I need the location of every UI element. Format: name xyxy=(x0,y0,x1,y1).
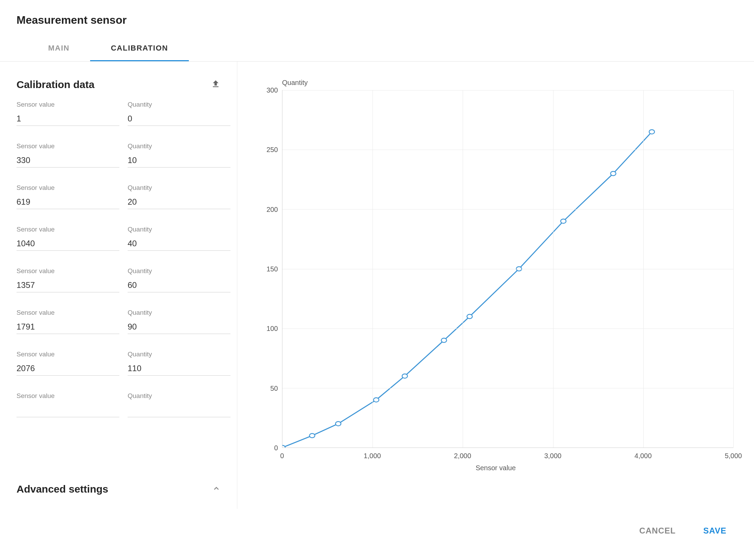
calibration-header: Calibration data xyxy=(17,62,220,101)
calibration-row: Sensor value Quantity xyxy=(17,309,220,334)
content: Calibration data Sensor value Quantity S… xyxy=(0,62,754,509)
sensor-input[interactable] xyxy=(17,278,119,292)
sensor-field: Sensor value xyxy=(17,267,119,292)
sensor-input[interactable] xyxy=(17,112,119,126)
chevron-up-icon xyxy=(212,484,220,494)
chart-x-label: Sensor value xyxy=(258,464,733,472)
sensor-input[interactable] xyxy=(17,195,119,209)
quantity-input[interactable] xyxy=(128,195,230,209)
quantity-label: Quantity xyxy=(128,184,230,192)
svg-point-9 xyxy=(611,171,616,175)
sensor-label: Sensor value xyxy=(17,309,119,316)
quantity-field: Quantity xyxy=(128,142,230,168)
chart-y-label: Quantity xyxy=(282,79,733,87)
svg-point-8 xyxy=(561,219,566,223)
advanced-settings-toggle[interactable]: Advanced settings xyxy=(0,469,237,509)
svg-point-10 xyxy=(649,130,655,134)
quantity-field: Quantity xyxy=(128,101,230,126)
sensor-label: Sensor value xyxy=(17,392,119,400)
save-button[interactable]: SAVE xyxy=(703,526,726,536)
sensor-field: Sensor value xyxy=(17,184,119,209)
sensor-field: Sensor value xyxy=(17,351,119,376)
svg-point-4 xyxy=(402,374,408,378)
sensor-input[interactable] xyxy=(17,403,119,417)
footer: CANCEL SAVE xyxy=(0,509,754,549)
quantity-label: Quantity xyxy=(128,267,230,275)
calibration-title: Calibration data xyxy=(17,79,95,90)
calibration-row: Sensor value Quantity xyxy=(17,267,220,292)
calibration-row: Sensor value Quantity xyxy=(17,226,220,251)
calibration-row: Sensor value Quantity xyxy=(17,351,220,376)
calibration-scroll[interactable]: Calibration data Sensor value Quantity S… xyxy=(0,62,237,469)
sensor-field: Sensor value xyxy=(17,309,119,334)
sensor-field: Sensor value xyxy=(17,226,119,251)
quantity-field: Quantity xyxy=(128,392,230,417)
tab-calibration[interactable]: CALIBRATION xyxy=(90,36,188,61)
quantity-field: Quantity xyxy=(128,226,230,251)
svg-point-5 xyxy=(441,338,447,342)
chart-y-axis: 300250200150100500 xyxy=(258,90,282,448)
quantity-input[interactable] xyxy=(128,237,230,251)
quantity-input[interactable] xyxy=(128,278,230,292)
sensor-field: Sensor value xyxy=(17,101,119,126)
sensor-label: Sensor value xyxy=(17,142,119,150)
cancel-button[interactable]: CANCEL xyxy=(639,526,676,536)
sensor-input[interactable] xyxy=(17,320,119,334)
left-panel: Calibration data Sensor value Quantity S… xyxy=(0,62,237,509)
chart-area: 300250200150100500 xyxy=(258,90,733,448)
sensor-label: Sensor value xyxy=(17,184,119,192)
calibration-row: Sensor value Quantity xyxy=(17,392,220,417)
sensor-input[interactable] xyxy=(17,153,119,168)
quantity-field: Quantity xyxy=(128,267,230,292)
sensor-input[interactable] xyxy=(17,362,119,376)
sensor-label: Sensor value xyxy=(17,226,119,233)
quantity-field: Quantity xyxy=(128,184,230,209)
quantity-input[interactable] xyxy=(128,320,230,334)
quantity-input[interactable] xyxy=(128,153,230,168)
quantity-field: Quantity xyxy=(128,309,230,334)
svg-point-6 xyxy=(467,314,472,319)
chart-x-axis: 01,0002,0003,0004,0005,000 xyxy=(282,448,733,460)
sensor-field: Sensor value xyxy=(17,392,119,417)
calibration-row: Sensor value Quantity xyxy=(17,184,220,209)
svg-point-0 xyxy=(282,445,285,448)
quantity-label: Quantity xyxy=(128,226,230,233)
upload-icon[interactable] xyxy=(211,79,220,90)
calibration-row: Sensor value Quantity xyxy=(17,142,220,168)
quantity-input[interactable] xyxy=(128,362,230,376)
calibration-row: Sensor value Quantity xyxy=(17,101,220,126)
sensor-label: Sensor value xyxy=(17,351,119,358)
sensor-field: Sensor value xyxy=(17,142,119,168)
quantity-label: Quantity xyxy=(128,309,230,316)
chart-panel: Quantity 300250200150100500 01,0002,0003… xyxy=(237,62,754,509)
page-title: Measurement sensor xyxy=(0,0,754,36)
quantity-label: Quantity xyxy=(128,392,230,400)
quantity-field: Quantity xyxy=(128,351,230,376)
svg-point-2 xyxy=(335,421,341,426)
sensor-input[interactable] xyxy=(17,237,119,251)
tab-main[interactable]: MAIN xyxy=(28,36,90,61)
quantity-label: Quantity xyxy=(128,351,230,358)
tabs: MAIN CALIBRATION xyxy=(0,36,754,62)
quantity-label: Quantity xyxy=(128,101,230,108)
chart-plot xyxy=(282,90,733,448)
advanced-settings-title: Advanced settings xyxy=(17,483,108,495)
svg-point-3 xyxy=(374,398,379,402)
quantity-label: Quantity xyxy=(128,142,230,150)
quantity-input[interactable] xyxy=(128,112,230,126)
quantity-input[interactable] xyxy=(128,403,230,417)
sensor-label: Sensor value xyxy=(17,101,119,108)
sensor-label: Sensor value xyxy=(17,267,119,275)
svg-point-1 xyxy=(310,433,315,438)
